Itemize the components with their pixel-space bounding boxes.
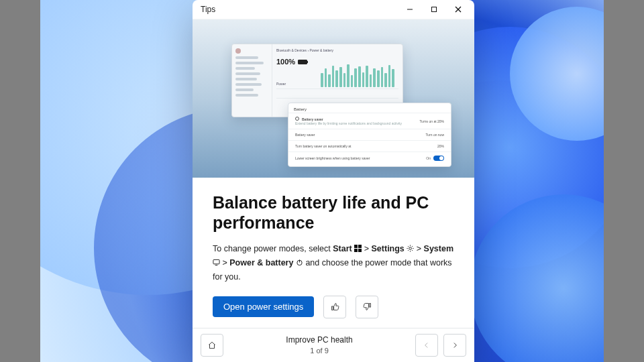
svg-point-8 — [409, 247, 412, 250]
window-title: Tips — [201, 5, 398, 14]
svg-line-16 — [408, 250, 409, 251]
tip-footer: Improve PC health 1 of 9 — [193, 328, 474, 362]
toggle-on-icon — [433, 156, 444, 161]
minimize-button[interactable] — [398, 0, 422, 19]
svg-rect-17 — [213, 259, 219, 263]
next-tip-button[interactable] — [443, 334, 466, 357]
tip-category: Improve PC health — [229, 335, 410, 346]
monitor-icon — [213, 257, 220, 270]
titlebar: Tips — [193, 0, 474, 19]
mock-usage-bars — [321, 63, 394, 87]
tip-heading: Balance battery life and PC performance — [213, 192, 454, 233]
power-icon — [296, 257, 303, 270]
battery-panel-mock: Battery Battery saverExtend battery life… — [288, 103, 451, 167]
svg-line-14 — [412, 250, 413, 251]
mock-breadcrumb: Bluetooth & Devices › Power & battery — [276, 48, 398, 52]
svg-rect-5 — [358, 245, 362, 248]
svg-line-13 — [408, 246, 409, 247]
svg-rect-4 — [354, 245, 358, 248]
svg-rect-7 — [358, 249, 362, 252]
gear-icon — [407, 243, 414, 256]
mock-battery-percent: 100% — [276, 58, 295, 66]
svg-rect-1 — [432, 7, 437, 12]
tip-description: To change power modes, select Start > Se… — [213, 242, 454, 284]
open-power-settings-button[interactable]: Open power settings — [213, 296, 314, 317]
tip-position: 1 of 9 — [229, 346, 410, 355]
maximize-button[interactable] — [422, 0, 446, 19]
tips-window: Tips — [193, 0, 474, 362]
close-button[interactable] — [446, 0, 470, 19]
thumbs-down-button[interactable] — [356, 296, 378, 318]
home-button[interactable] — [201, 334, 223, 357]
svg-line-15 — [412, 246, 413, 247]
start-icon — [354, 243, 362, 256]
tip-hero-image: Bluetooth & Devices › Power & battery 10… — [193, 19, 474, 178]
previous-tip-button[interactable] — [415, 334, 438, 357]
svg-rect-6 — [354, 249, 358, 252]
thumbs-up-button[interactable] — [323, 296, 346, 318]
tip-content: Balance battery life and PC performance … — [193, 178, 474, 328]
